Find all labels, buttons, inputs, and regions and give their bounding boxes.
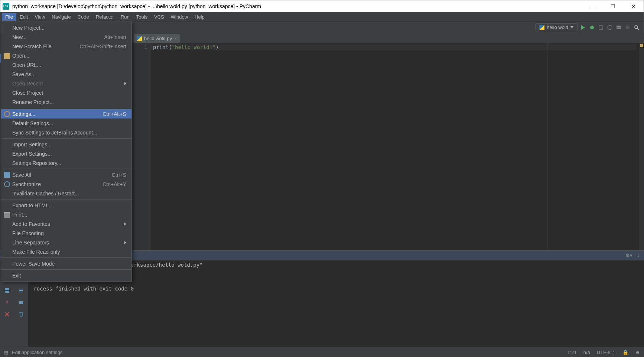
file-menu-item[interactable]: New...Alt+Insert: [1, 32, 131, 42]
close-run-button[interactable]: [2, 309, 12, 319]
encoding-status[interactable]: UTF-8 ≑: [597, 350, 616, 355]
menu-item-label: Import Settings...: [12, 142, 52, 147]
line-sep-status[interactable]: n/a: [583, 350, 590, 355]
status-message: Edit application settings: [12, 350, 63, 355]
menu-view[interactable]: View: [31, 13, 48, 21]
close-tab-icon[interactable]: ×: [174, 36, 177, 41]
menu-shortcut: Ctrl+Alt+Shift+Insert: [79, 43, 126, 49]
editor-marker-strip[interactable]: [639, 43, 644, 250]
right-margin-line: [547, 43, 547, 250]
menu-shortcut: Ctrl+Alt+S: [103, 111, 126, 117]
file-menu-item[interactable]: Open URL...: [1, 60, 131, 69]
file-menu-item: Open Recent: [1, 79, 131, 88]
file-menu-item[interactable]: Save As...: [1, 69, 131, 79]
file-menu-item[interactable]: Close Project: [1, 88, 131, 97]
warning-marker-icon[interactable]: [640, 44, 643, 47]
file-menu-item[interactable]: New Project...: [1, 23, 131, 32]
editor-tab[interactable]: hello wold.py ×: [134, 34, 180, 43]
minimize-button[interactable]: —: [582, 0, 603, 12]
svg-rect-6: [617, 27, 621, 29]
menu-item-label: Synchronize: [12, 181, 41, 187]
debug-button[interactable]: [589, 24, 595, 31]
file-menu-item[interactable]: SynchronizeCtrl+Alt+Y: [1, 179, 131, 189]
svg-rect-7: [626, 26, 630, 29]
coverage-button[interactable]: [598, 24, 604, 31]
code-line[interactable]: print("hello world!"): [153, 44, 637, 50]
menu-edit[interactable]: Edit: [16, 13, 31, 21]
layout-run-button[interactable]: [2, 286, 12, 295]
file-menu-item[interactable]: Exit: [1, 271, 131, 280]
close-button[interactable]: ✕: [623, 0, 644, 12]
menu-tools[interactable]: Tools: [133, 13, 151, 21]
menu-help[interactable]: Help: [191, 13, 208, 21]
python-icon: [137, 36, 142, 41]
menubar: FileEditViewNavigateCodeRefactorRunTools…: [0, 12, 644, 22]
editor: hello wold.py × 1 print("hello world!"): [131, 33, 644, 250]
menu-window[interactable]: Window: [167, 13, 191, 21]
pin-button[interactable]: [2, 298, 12, 307]
inspector-icon[interactable]: ☻: [635, 350, 640, 355]
caret-position[interactable]: 1:21: [567, 350, 576, 355]
menu-separator: [1, 108, 131, 108]
file-menu-item[interactable]: Export to HTML...: [1, 201, 131, 210]
window-controls: — ☐ ✕: [582, 0, 644, 12]
gear-icon[interactable]: ⚙▾: [625, 253, 632, 258]
menu-item-label: Rename Project...: [12, 99, 54, 105]
menu-item-label: New Project...: [12, 25, 45, 31]
menu-run[interactable]: Run: [117, 13, 133, 21]
code-token-call: print: [153, 44, 169, 50]
file-menu-item[interactable]: Add to Favorites: [1, 219, 131, 228]
file-menu-item[interactable]: New Scratch FileCtrl+Alt+Shift+Insert: [1, 42, 131, 51]
file-menu-item[interactable]: Open...: [1, 51, 131, 60]
file-menu-item[interactable]: Make File Read-only: [1, 247, 131, 256]
file-menu-item[interactable]: Export Settings...: [1, 149, 131, 158]
print-run-button[interactable]: [16, 298, 26, 307]
file-menu-item[interactable]: Line Separators: [1, 238, 131, 247]
file-menu-item[interactable]: File Encoding: [1, 228, 131, 238]
window-title: python_worksapce [D:\develop\python\pyth…: [12, 3, 261, 9]
svg-rect-3: [599, 26, 603, 29]
profiler-button[interactable]: [606, 24, 613, 31]
sync-icon: [4, 181, 10, 187]
clear-button[interactable]: [16, 309, 26, 319]
pycharm-icon: [3, 3, 9, 10]
print-icon: [4, 212, 10, 218]
file-menu-item[interactable]: Invalidate Caches / Restart...: [1, 189, 131, 198]
file-menu-item[interactable]: Power Save Mode: [1, 259, 131, 268]
file-menu-item[interactable]: Rename Project...: [1, 97, 131, 107]
run-config-selector[interactable]: hello wold: [535, 23, 578, 31]
file-menu-item[interactable]: Import Settings...: [1, 140, 131, 149]
readonly-lock-icon[interactable]: 🔒: [622, 350, 628, 355]
menu-navigate[interactable]: Navigate: [48, 13, 74, 21]
file-menu-item[interactable]: Print...: [1, 210, 131, 219]
run-button[interactable]: [580, 24, 586, 31]
stop-button[interactable]: [624, 24, 631, 31]
menu-vcs[interactable]: VCS: [151, 13, 167, 21]
menu-code[interactable]: Code: [74, 13, 92, 21]
chevron-down-icon: [570, 26, 573, 28]
file-menu-item[interactable]: Settings Repository...: [1, 158, 131, 168]
search-everywhere-button[interactable]: [633, 24, 640, 31]
file-menu-item[interactable]: Sync Settings to JetBrains Account...: [1, 128, 131, 137]
menu-shortcut: Ctrl+Alt+Y: [103, 181, 126, 187]
svg-point-8: [635, 26, 638, 29]
gear-icon: [4, 111, 10, 117]
maximize-button[interactable]: ☐: [603, 0, 623, 12]
menu-file[interactable]: File: [2, 13, 16, 21]
editor-body[interactable]: 1 print("hello world!"): [131, 43, 644, 250]
file-menu-item[interactable]: Save AllCtrl+S: [1, 170, 131, 179]
menu-refactor[interactable]: Refactor: [92, 13, 117, 21]
layout-button[interactable]: [615, 24, 622, 31]
settings-icon[interactable]: ▤: [4, 350, 8, 355]
file-menu-item[interactable]: Default Settings...: [1, 119, 131, 128]
menu-item-label: Save As...: [12, 71, 36, 77]
soft-wrap-button[interactable]: [16, 286, 26, 295]
file-menu-item[interactable]: Settings...Ctrl+Alt+S: [1, 109, 131, 119]
save-icon: [4, 172, 10, 178]
code-token-paren-close: ): [216, 44, 219, 50]
gutter-border: [150, 43, 150, 250]
menu-item-label: Open Recent: [12, 81, 43, 87]
svg-point-4: [608, 25, 612, 30]
hide-icon[interactable]: ⤓: [636, 253, 640, 258]
menu-separator: [1, 257, 131, 258]
